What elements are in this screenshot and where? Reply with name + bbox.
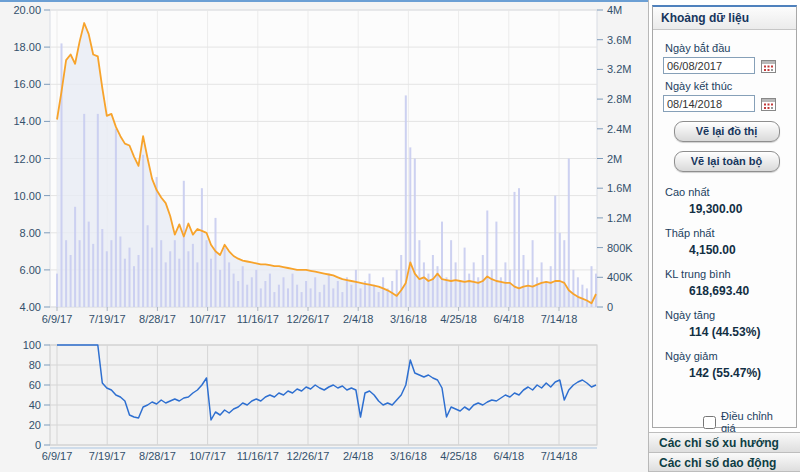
highest-label: Cao nhất: [665, 186, 790, 198]
svg-text:1.2M: 1.2M: [607, 212, 631, 224]
adjust-price-label: Điều chỉnh giá: [721, 410, 790, 434]
redraw-all-button[interactable]: Vẽ lại toàn bộ: [674, 151, 780, 172]
svg-text:60: 60: [29, 379, 41, 391]
svg-text:20: 20: [29, 419, 41, 431]
redraw-chart-button[interactable]: Vẽ lại đồ thị: [674, 121, 780, 142]
end-date-input[interactable]: [663, 95, 755, 112]
stats-block: Cao nhất 19,300.00 Thấp nhất 4,150.00 KL…: [663, 186, 790, 380]
down-days-value: 142 (55.47%): [689, 366, 790, 380]
svg-text:6/4/18: 6/4/18: [494, 313, 525, 325]
svg-text:400K: 400K: [607, 271, 633, 283]
up-days-label: Ngày tăng: [665, 309, 790, 321]
lowest-label: Thấp nhất: [665, 227, 790, 239]
svg-text:6/4/18: 6/4/18: [494, 450, 525, 462]
avg-volume-label: KL trung bình: [665, 268, 790, 280]
svg-text:800K: 800K: [607, 242, 633, 254]
highest-value: 19,300.00: [689, 202, 790, 216]
svg-text:2.8M: 2.8M: [607, 93, 631, 105]
accordion-trend-indicators[interactable]: Các chỉ số xu hướng: [649, 432, 800, 452]
svg-text:40: 40: [29, 399, 41, 411]
svg-text:7/19/17: 7/19/17: [89, 450, 126, 462]
svg-text:10/7/17: 10/7/17: [189, 450, 226, 462]
accordion-oscillator-indicators[interactable]: Các chỉ số dao động: [649, 452, 800, 472]
price-volume-chart[interactable]: 20.0018.0016.0014.0012.0010.008.006.004.…: [0, 2, 648, 332]
svg-text:3/16/18: 3/16/18: [390, 450, 427, 462]
svg-text:4/25/18: 4/25/18: [440, 450, 477, 462]
end-date-label: Ngày kết thúc: [665, 80, 790, 92]
svg-text:16.00: 16.00: [13, 78, 41, 90]
stock-chart-page: 20.0018.0016.0014.0012.0010.008.006.004.…: [0, 0, 800, 472]
svg-text:12/26/17: 12/26/17: [287, 313, 330, 325]
svg-text:12.00: 12.00: [13, 153, 41, 165]
lowest-value: 4,150.00: [689, 243, 790, 257]
svg-text:18.00: 18.00: [13, 41, 41, 53]
sidebar: Khoảng dữ liệu Ngày bắt đầu: [648, 0, 800, 472]
svg-text:2/4/18: 2/4/18: [343, 313, 374, 325]
up-days-value: 114 (44.53%): [689, 325, 790, 339]
svg-text:1.6M: 1.6M: [607, 182, 631, 194]
svg-text:6.00: 6.00: [20, 264, 41, 276]
data-range-panel: Khoảng dữ liệu Ngày bắt đầu: [652, 5, 797, 428]
svg-text:10.00: 10.00: [13, 190, 41, 202]
svg-text:4/25/18: 4/25/18: [440, 313, 477, 325]
down-days-label: Ngày giảm: [665, 350, 790, 362]
svg-text:11/16/17: 11/16/17: [237, 450, 279, 462]
svg-text:8.00: 8.00: [20, 227, 41, 239]
calendar-icon[interactable]: [761, 97, 776, 111]
svg-text:7/14/18: 7/14/18: [541, 450, 578, 462]
svg-text:3.2M: 3.2M: [607, 63, 631, 75]
svg-text:10/7/17: 10/7/17: [189, 313, 226, 325]
svg-text:8/28/17: 8/28/17: [139, 450, 176, 462]
adjust-price-checkbox[interactable]: [703, 416, 716, 429]
svg-text:2.4M: 2.4M: [607, 123, 631, 135]
oscillator-chart[interactable]: 1008060402006/9/177/19/178/28/1710/7/171…: [0, 332, 648, 472]
svg-text:3.6M: 3.6M: [607, 34, 631, 46]
svg-text:3/16/18: 3/16/18: [390, 313, 427, 325]
svg-text:0: 0: [35, 439, 41, 451]
svg-text:8/28/17: 8/28/17: [139, 313, 176, 325]
svg-text:2M: 2M: [607, 153, 622, 165]
avg-volume-value: 618,693.40: [689, 284, 790, 298]
calendar-icon[interactable]: [761, 59, 776, 73]
svg-text:80: 80: [29, 359, 41, 371]
svg-text:100: 100: [23, 339, 41, 351]
svg-text:4.00: 4.00: [20, 301, 41, 313]
svg-text:12/26/17: 12/26/17: [287, 450, 330, 462]
panel-title: Khoảng dữ liệu: [653, 7, 796, 30]
svg-text:20.00: 20.00: [13, 4, 41, 16]
svg-text:14.00: 14.00: [13, 115, 41, 127]
svg-text:7/19/17: 7/19/17: [89, 313, 126, 325]
svg-text:11/16/17: 11/16/17: [237, 313, 279, 325]
start-date-input[interactable]: [663, 57, 755, 74]
svg-text:2/4/18: 2/4/18: [343, 450, 374, 462]
start-date-label: Ngày bắt đầu: [665, 42, 790, 54]
chart-area: 20.0018.0016.0014.0012.0010.008.006.004.…: [0, 0, 648, 472]
svg-text:6/9/17: 6/9/17: [42, 313, 73, 325]
svg-text:6/9/17: 6/9/17: [42, 450, 73, 462]
svg-text:7/14/18: 7/14/18: [541, 313, 578, 325]
svg-text:4M: 4M: [607, 4, 622, 16]
svg-text:0: 0: [607, 301, 613, 313]
